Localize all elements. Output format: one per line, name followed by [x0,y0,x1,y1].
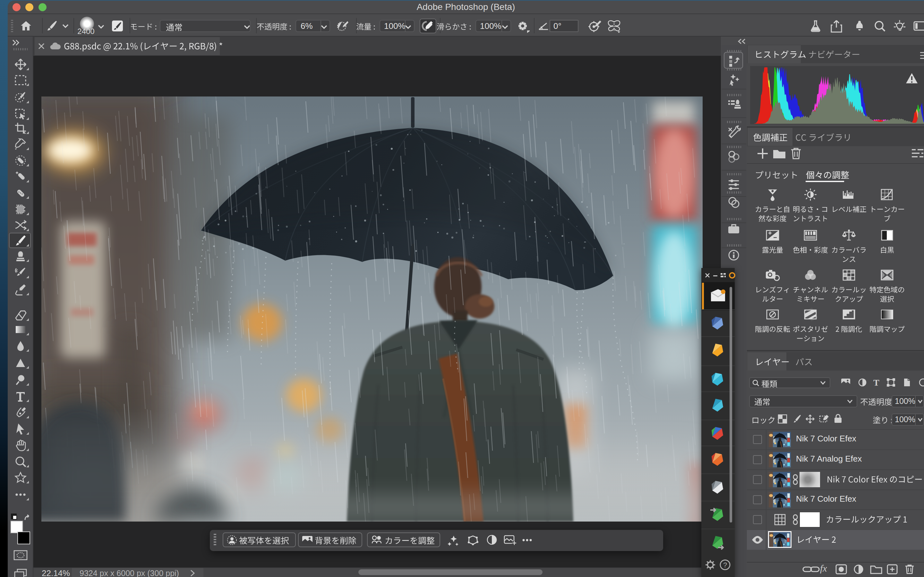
svg-text:?: ? [723,561,727,569]
